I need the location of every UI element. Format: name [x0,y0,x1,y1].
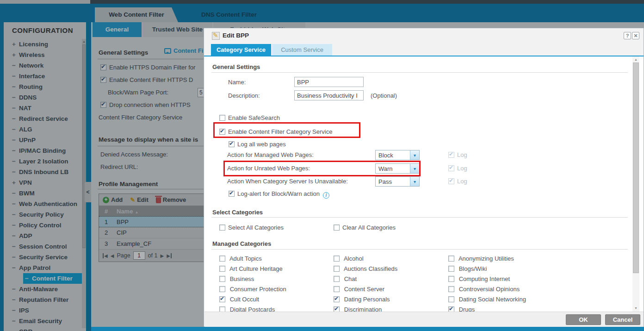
category-item: Computing Internet [448,274,626,284]
category-item: Anonymizing Utilities [448,254,626,264]
checkbox-clear-all[interactable] [334,225,340,231]
tab-custom-service[interactable]: Custom Service [272,44,332,56]
checkbox-select-all[interactable] [219,225,225,231]
category-item: Dating Personals [334,294,448,305]
checkbox-log-all[interactable] [229,141,235,147]
category-item: Auctions Classifieds [334,264,448,274]
description-label: Description: [228,91,260,101]
category-checkbox[interactable] [219,266,225,272]
category-item: Blogs/Wiki [448,264,626,274]
chevron-down-icon[interactable]: ▾ [410,164,419,173]
modal-general-settings-heading: General Settings [212,63,260,70]
scroll-up-icon[interactable]: ▲ [632,58,639,61]
log-all-row: Log all web pages [229,139,286,150]
category-checkbox[interactable] [219,296,225,302]
chevron-down-icon[interactable]: ▾ [410,177,419,186]
action-unavailable-label: Action When Category Server Is Unavailab… [227,176,348,187]
checkbox-log-managed [448,152,454,158]
managed-categories-grid: Adult Topics Alcohol Anonymizing Utiliti… [219,254,626,315]
category-item: Alcohol [334,254,448,264]
category-item: Content Server [334,284,448,294]
managed-categories-heading: Managed Categories [212,240,271,247]
optional-hint: (Optional) [371,91,397,101]
checkbox-log-unavailable [448,178,454,184]
tab-category-service[interactable]: Category Service [211,44,271,56]
dialog-scroll-thumb[interactable] [633,62,639,273]
category-item: Business [219,274,334,284]
action-unrated-label: Action for Unrated Web Pages: [227,163,310,174]
log-unavailable-row: Log [448,176,467,187]
category-item: Cult Occult [219,294,334,305]
category-checkbox[interactable] [448,266,454,272]
category-checkbox[interactable] [334,286,340,292]
category-checkbox[interactable] [334,256,340,262]
divider [211,217,628,218]
select-categories-heading: Select Categories [212,209,263,216]
category-checkbox[interactable] [219,256,225,262]
clear-all-row: Clear All Categories [334,223,396,233]
category-checkbox[interactable] [334,266,340,272]
category-item: Dating Social Networking [448,294,626,305]
name-field[interactable] [294,77,364,87]
category-item: Consumer Protection [219,284,334,294]
checkbox-log-unrated [448,165,454,171]
dialog-footer: OK Cancel [204,312,644,327]
divider [211,249,628,250]
log-managed-row: Log [448,150,467,160]
safesearch-row: Enable SafeSearch [219,113,280,123]
category-item: Adult Topics [219,254,334,264]
category-item: Art Culture Heritage [219,264,334,274]
close-button[interactable]: ✕ [632,32,639,39]
category-checkbox[interactable] [219,286,225,292]
category-checkbox[interactable] [448,276,454,282]
edit-bpp-dialog: Edit BPP ? ✕ Category Service Custom Ser… [204,28,644,327]
scroll-down-icon[interactable]: ▼ [632,306,639,310]
category-checkbox[interactable] [334,276,340,282]
category-service-checkbox-row: Enable Content Filter Category Service [219,127,332,137]
category-checkbox[interactable] [448,286,454,292]
select-all-row: Select All Categories [219,223,284,233]
dialog-scrollbar[interactable]: ▲ ▼ [632,56,639,312]
cancel-button[interactable]: Cancel [605,314,640,325]
action-managed-select[interactable]: Block▾ [375,150,420,160]
name-label: Name: [228,77,246,87]
category-checkbox[interactable] [219,276,225,282]
chevron-down-icon[interactable]: ▾ [410,150,419,160]
ok-button[interactable]: OK [566,314,601,325]
category-item: Controversial Opinions [448,284,626,294]
action-managed-label: Action for Managed Web Pages: [227,150,314,160]
checkbox-log-alert[interactable] [229,191,235,197]
checkbox-safesearch[interactable] [219,115,225,121]
action-unavailable-select[interactable]: Pass▾ [375,176,420,187]
divider [211,72,628,73]
help-button[interactable]: ? [624,32,631,39]
edit-dialog-pencil-icon [212,32,220,40]
checkbox-category-service[interactable] [219,129,225,135]
log-alert-row: Log-alert for Block/Warn action [229,189,329,199]
description-field[interactable] [294,90,364,100]
action-unrated-select[interactable]: Warn▾ [375,163,420,174]
category-checkbox[interactable] [448,256,454,262]
log-unrated-row: Log [448,163,467,174]
category-item: Chat [334,274,448,284]
category-checkbox[interactable] [448,296,454,302]
category-checkbox[interactable] [334,296,340,302]
dialog-title: Edit BPP [223,32,249,39]
info-icon[interactable] [323,192,329,199]
bottom-band [91,327,644,331]
